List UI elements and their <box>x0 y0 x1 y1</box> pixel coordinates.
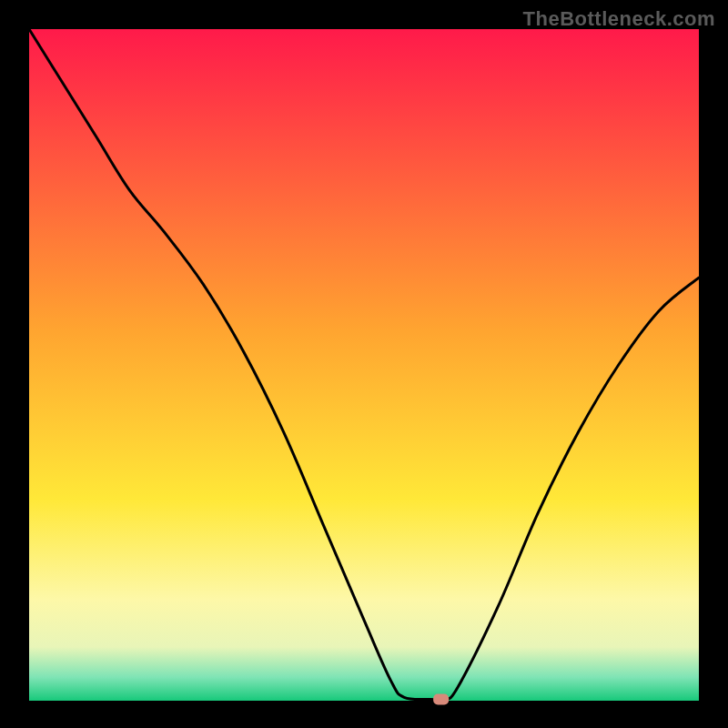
plot-area <box>29 29 699 701</box>
chart-container: TheBottleneck.com <box>0 0 728 728</box>
watermark-text: TheBottleneck.com <box>523 7 715 31</box>
bottleneck-chart <box>0 0 728 728</box>
minimum-marker <box>433 694 449 705</box>
